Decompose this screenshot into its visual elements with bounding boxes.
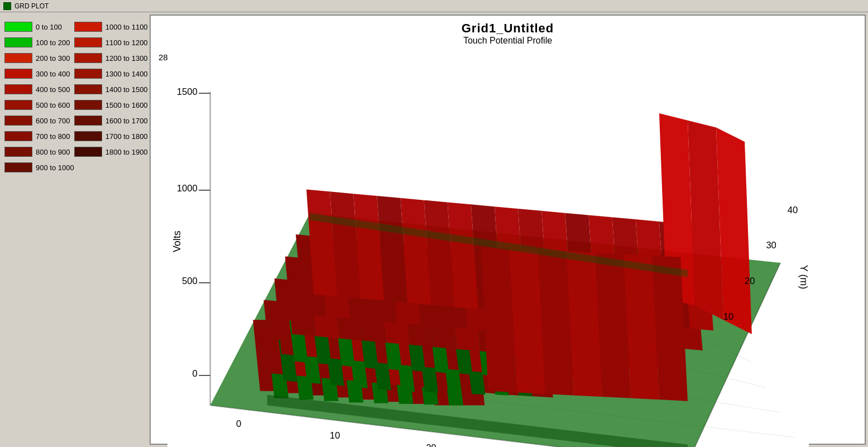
legend-label: 300 to 400	[36, 70, 70, 78]
legend-swatch	[74, 53, 102, 63]
legend-row: 1000 to 1100	[74, 19, 147, 35]
legend-row: 1300 to 1400	[74, 66, 147, 81]
legend-swatch	[4, 131, 32, 141]
legend-row: 800 to 900	[4, 144, 74, 160]
svg-text:20: 20	[745, 276, 755, 286]
legend-label: 1200 to 1300	[105, 54, 148, 63]
legend-label: 600 to 700	[36, 117, 70, 125]
legend-label: 500 to 600	[36, 101, 70, 109]
svg-text:Volts: Volts	[171, 230, 183, 252]
plot-sub-title: Touch Potential Profile	[151, 36, 865, 46]
legend-label: 1600 to 1700	[105, 117, 148, 125]
legend-row: 1600 to 1700	[74, 113, 147, 128]
svg-text:20: 20	[426, 443, 436, 447]
plot-main-title: Grid1_Untitled	[151, 21, 865, 36]
legend-swatch	[4, 116, 32, 126]
legend-swatch	[4, 100, 32, 110]
legend-swatch	[74, 22, 102, 32]
legend-swatch	[74, 84, 102, 94]
svg-text:1500: 1500	[177, 86, 198, 97]
legend-label: 1500 to 1600	[105, 101, 148, 109]
legend-label: 1400 to 1500	[105, 85, 148, 94]
svg-text:500: 500	[182, 276, 198, 286]
legend-col1: 0 to 100100 to 200200 to 300300 to 40040…	[4, 19, 74, 175]
legend-row: 200 to 300	[4, 50, 74, 66]
legend-label: 1100 to 1200	[105, 39, 148, 47]
svg-text:10: 10	[330, 430, 340, 441]
plot-inner: 282.0	[151, 48, 865, 447]
legend-row: 1500 to 1600	[74, 97, 147, 113]
legend-label: 800 to 900	[36, 148, 70, 156]
plot-area: Grid1_Untitled Touch Potential Profile 2…	[150, 15, 866, 445]
legend-swatch	[74, 131, 102, 141]
legend-row: 600 to 700	[4, 113, 74, 128]
legend-row: 400 to 500	[4, 81, 74, 97]
legend-row: 1200 to 1300	[74, 50, 147, 66]
legend-row: 1400 to 1500	[74, 81, 147, 97]
legend-label: 1700 to 1800	[105, 132, 148, 141]
svg-text:30: 30	[766, 240, 776, 251]
legend-row: 0 to 100	[4, 19, 74, 35]
title-bar: GRD PLOT	[0, 0, 868, 12]
legend-swatch	[74, 37, 102, 47]
legend-swatch	[4, 162, 32, 172]
legend-panel: 0 to 100100 to 200200 to 300300 to 40040…	[2, 15, 147, 445]
svg-text:1000: 1000	[177, 183, 198, 194]
svg-text:Y (m): Y (m)	[798, 265, 809, 289]
legend-row: 900 to 1000	[4, 160, 74, 175]
svg-text:0: 0	[236, 419, 241, 429]
legend-label: 900 to 1000	[36, 164, 74, 172]
legend-row: 300 to 400	[4, 66, 74, 81]
legend-swatch	[4, 69, 32, 79]
legend-label: 200 to 300	[36, 54, 70, 63]
svg-text:10: 10	[723, 311, 733, 322]
legend-col2: 1000 to 11001100 to 12001200 to 13001300…	[74, 19, 147, 175]
legend-label: 700 to 800	[36, 132, 70, 141]
legend-row: 100 to 200	[4, 35, 74, 50]
legend-row: 700 to 800	[4, 128, 74, 144]
legend-label: 400 to 500	[36, 85, 70, 94]
legend-label: 100 to 200	[36, 39, 70, 47]
legend-label: 1800 to 1900	[105, 148, 148, 156]
legend-swatch	[74, 100, 102, 110]
svg-text:0: 0	[192, 368, 197, 379]
legend-swatch	[74, 147, 102, 157]
plot-svg: 1500 1000 500 0 Volts 0 10 20 30	[167, 48, 809, 447]
svg-text:40: 40	[788, 205, 798, 215]
legend-swatch	[4, 22, 32, 32]
legend-label: 1000 to 1100	[105, 23, 148, 31]
legend-row: 1800 to 1900	[74, 144, 147, 160]
legend-label: 1300 to 1400	[105, 70, 148, 78]
plot-title-area: Grid1_Untitled Touch Potential Profile	[151, 16, 865, 48]
legend-swatch	[4, 53, 32, 63]
legend-row: 1100 to 1200	[74, 35, 147, 50]
legend-row: 500 to 600	[4, 97, 74, 113]
legend-label: 0 to 100	[36, 23, 62, 31]
legend-swatch	[4, 37, 32, 47]
legend-swatch	[74, 116, 102, 126]
app-icon	[3, 2, 11, 10]
legend-row: 1700 to 1800	[74, 128, 147, 144]
canvas-area: 1500 1000 500 0 Volts 0 10 20 30	[167, 48, 809, 447]
legend-swatch	[4, 84, 32, 94]
main-content: 0 to 100100 to 200200 to 300300 to 40040…	[0, 12, 868, 447]
legend-swatch	[74, 69, 102, 79]
title-bar-label: GRD PLOT	[15, 2, 49, 10]
legend-swatch	[4, 147, 32, 157]
legend-columns: 0 to 100100 to 200200 to 300300 to 40040…	[4, 19, 145, 175]
